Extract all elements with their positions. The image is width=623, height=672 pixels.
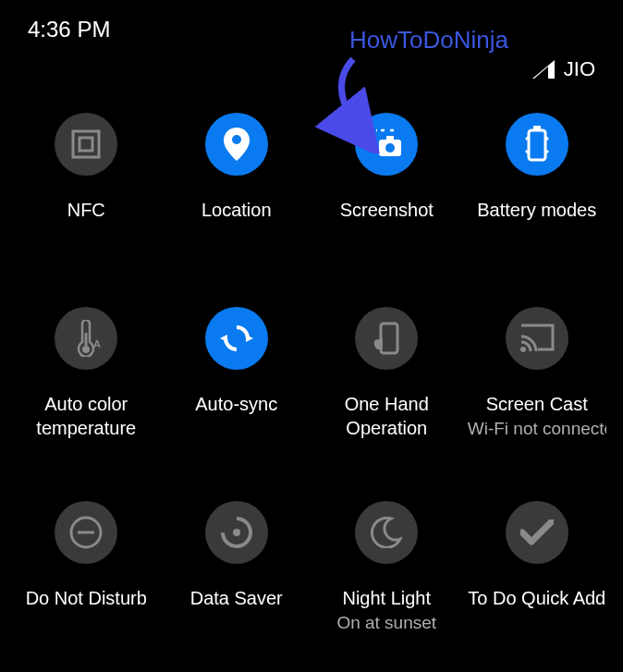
one-hand-icon xyxy=(355,307,418,370)
quick-settings-grid: NFC Location Screenshot Battery modes xyxy=(0,94,623,672)
tile-night-light[interactable]: Night Light On at sunset xyxy=(312,483,462,672)
thermometer-icon: A xyxy=(55,307,117,370)
tile-label: Data Saver xyxy=(190,586,283,610)
svg-point-15 xyxy=(520,347,526,352)
tile-label: NFC xyxy=(67,198,105,222)
tile-label: Auto color temperature xyxy=(15,392,158,440)
tile-auto-sync[interactable]: Auto-sync xyxy=(162,288,312,483)
tile-label: Screen Cast xyxy=(486,392,588,416)
dnd-icon xyxy=(55,501,117,564)
signal-icon xyxy=(532,60,555,79)
nfc-icon xyxy=(55,113,117,176)
svg-point-9 xyxy=(82,346,90,353)
tile-sublabel: Wi-Fi not connected xyxy=(468,418,606,441)
svg-text:A: A xyxy=(93,338,101,349)
svg-point-3 xyxy=(232,135,241,144)
cast-icon xyxy=(506,307,568,370)
svg-rect-7 xyxy=(529,130,545,160)
tile-location[interactable]: Location xyxy=(162,94,312,288)
tile-nfc[interactable]: NFC xyxy=(11,94,162,288)
location-icon xyxy=(205,113,268,176)
battery-icon xyxy=(506,113,568,176)
data-saver-icon xyxy=(205,501,268,564)
svg-marker-13 xyxy=(220,335,227,342)
tile-auto-color-temperature[interactable]: A Auto color temperature xyxy=(11,288,162,483)
tile-label: Night Light xyxy=(342,586,431,610)
tile-todo-quick-add[interactable]: To Do Quick Add xyxy=(462,483,613,672)
tile-do-not-disturb[interactable]: Do Not Disturb xyxy=(11,483,162,672)
svg-point-19 xyxy=(233,529,240,536)
tile-label: Location xyxy=(202,198,272,222)
svg-rect-1 xyxy=(73,131,99,157)
tile-label: Screenshot xyxy=(340,198,434,222)
tile-battery-modes[interactable]: Battery modes xyxy=(462,94,613,288)
sync-icon xyxy=(205,307,268,370)
status-bar: 4:36 PM xyxy=(0,0,623,50)
carrier-label: JIO xyxy=(564,57,595,81)
tile-sublabel: On at sunset xyxy=(336,612,436,635)
tile-one-hand-operation[interactable]: One Hand Operation xyxy=(312,288,462,483)
tile-label: One Hand Operation xyxy=(315,392,458,440)
tile-data-saver[interactable]: Data Saver xyxy=(162,483,312,672)
annotation-text: HowToDoNinja xyxy=(349,26,508,55)
status-time: 4:36 PM xyxy=(28,17,110,42)
svg-rect-2 xyxy=(79,138,92,151)
tile-screen-cast[interactable]: Screen Cast Wi-Fi not connected xyxy=(462,288,613,483)
svg-marker-12 xyxy=(246,335,253,342)
moon-icon xyxy=(355,501,418,564)
tile-label: Battery modes xyxy=(477,198,596,222)
tile-label: To Do Quick Add xyxy=(468,586,605,610)
annotation-arrow-icon xyxy=(298,52,390,153)
svg-rect-8 xyxy=(533,126,541,130)
check-icon xyxy=(506,501,568,564)
svg-rect-14 xyxy=(381,324,397,353)
tile-label: Auto-sync xyxy=(195,392,277,416)
tile-label: Do Not Disturb xyxy=(26,586,147,610)
